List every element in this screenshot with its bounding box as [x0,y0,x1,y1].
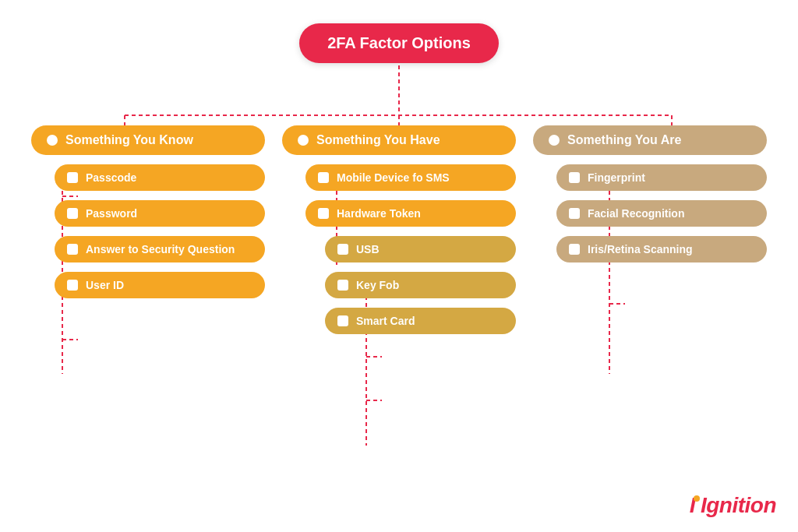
item-iris-retina: Iris/Retina Scanning [556,236,767,262]
sq-icon-user-id [67,280,78,291]
dot-are [549,135,560,146]
category-know: Something You Know [31,125,265,155]
sq-icon-mobile-sms [318,172,329,183]
item-mobile-sms: Mobile Device fo SMS [305,164,516,191]
sq-icon-facial-recognition [569,208,580,219]
item-security-question: Answer to Security Question [55,236,265,262]
diagram-container: 2FA Factor Options Something You Know Pa… [0,0,798,532]
item-smart-card: Smart Card [325,308,516,334]
item-usb: USB [325,236,516,262]
ignition-dot-accent [694,495,700,502]
item-facial-recognition: Facial Recognition [556,200,767,227]
sq-icon-key-fob [337,280,348,291]
item-hardware-token: Hardware Token [305,200,516,227]
sq-icon-smart-card [337,315,348,326]
item-passcode: Passcode [55,164,265,191]
category-are: Something You Are [533,125,767,155]
column-are: Something You Are Fingerprint Facial Rec… [533,125,767,262]
sq-icon-password [67,208,78,219]
item-password: Password [55,200,265,227]
sq-icon-fingerprint [569,172,580,183]
category-have: Something You Have [282,125,516,155]
sq-icon-usb [337,244,348,255]
column-know: Something You Know Passcode Password Ans… [31,125,265,298]
column-have: Something You Have Mobile Device fo SMS … [282,125,516,334]
columns-row: Something You Know Passcode Password Ans… [0,125,798,334]
item-fingerprint: Fingerprint [556,164,767,191]
dot-know [47,135,58,146]
sq-icon-passcode [67,172,78,183]
sq-icon-iris-retina [569,244,580,255]
item-key-fob: Key Fob [325,272,516,298]
ignition-logo: IIgnition [690,493,776,518]
item-user-id: User ID [55,272,265,298]
sq-icon-security-question [67,244,78,255]
root-title: 2FA Factor Options [299,23,499,63]
dot-have [298,135,309,146]
sq-icon-hardware-token [318,208,329,219]
